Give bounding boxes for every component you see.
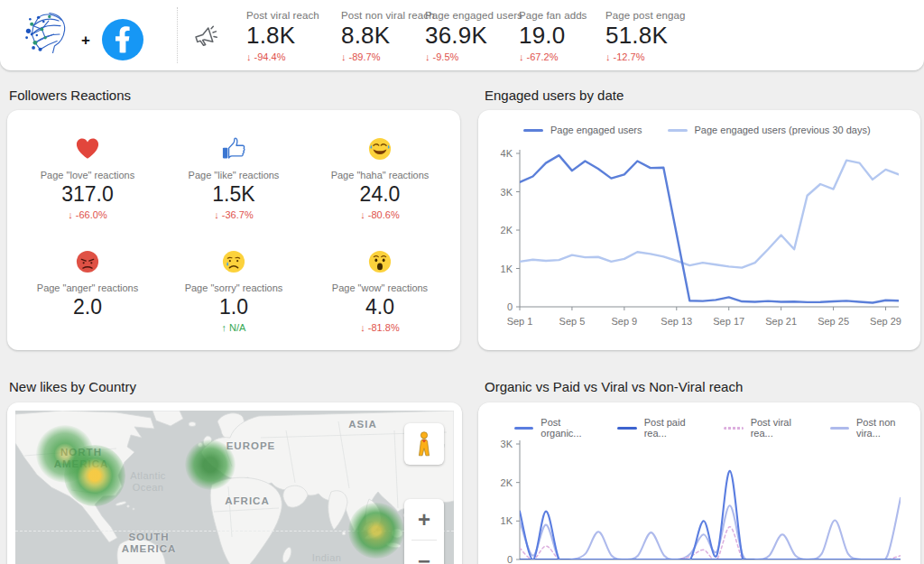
organic-reach-line-chart[interactable]: 01K2K3K xyxy=(487,431,911,564)
map-label-indian-ocean: Indian xyxy=(309,552,345,564)
tile-love-reactions: Page "love" reactions 317.0 ↓ -66.0% xyxy=(14,134,161,221)
svg-text:Sep 9: Sep 9 xyxy=(611,316,637,327)
tile-wow-reactions: Page "wow" reactions 4.0 ↓ -81.8% xyxy=(307,246,453,334)
svg-text:Sep 17: Sep 17 xyxy=(713,316,744,327)
tile-like-reactions: Page "like" reactions 1.5K ↓ -36.7% xyxy=(161,134,307,221)
arrow-down-icon: ↓ xyxy=(246,51,252,62)
heatmap-spot-southeast-asia xyxy=(348,503,404,559)
tile-label: Page "sorry" reactions xyxy=(161,282,307,293)
kpi-label: Page post engag xyxy=(605,10,685,21)
tile-value: 24.0 xyxy=(307,182,453,207)
brand-logos: + xyxy=(22,7,144,61)
tile-anger-reactions: Page "anger" reactions 2.0 xyxy=(14,246,161,334)
kpi-delta: ↓ -89.7% xyxy=(341,51,435,62)
tile-delta: ↑ N/A xyxy=(161,322,307,334)
legend-swatch xyxy=(830,427,849,430)
map-zoom-control: + − xyxy=(404,499,444,564)
legend-swatch xyxy=(724,427,743,430)
kpi-label: Page fan adds xyxy=(519,10,587,21)
legend-label: Page engaged users (previous 30 days) xyxy=(695,125,871,135)
tile-delta: ↓ -66.0% xyxy=(14,209,161,221)
tile-value: 1.5K xyxy=(161,182,307,207)
kpi-label: Post non viral reach xyxy=(341,10,435,21)
tile-value: 2.0 xyxy=(14,295,161,319)
followers-reactions-card: Page "love" reactions 317.0 ↓ -66.0% Pag… xyxy=(7,110,460,350)
reactions-section-title: Followers Reactions xyxy=(9,88,131,103)
wow-emoji-icon xyxy=(307,246,453,275)
kpi-post-non-viral-reach: Post non viral reach 8.8K ↓ -89.7% xyxy=(341,10,435,62)
map-label-south-america: SOUTHAMERICA xyxy=(108,532,189,555)
kpi-value: 51.8K xyxy=(605,22,685,50)
kpi-label: Post viral reach xyxy=(246,10,319,21)
map-label-atlantic-ocean: AtlanticOcean xyxy=(116,470,180,494)
legend-label: Page engaged users xyxy=(550,125,642,135)
pegman-street-view-button[interactable] xyxy=(404,423,444,465)
kpi-value: 36.9K xyxy=(425,22,522,50)
map-section-title: New likes by Country xyxy=(9,379,136,394)
kpi-page-post-engagements: Page post engag 51.8K ↓ -12.7% xyxy=(605,10,685,62)
arrow-down-icon: ↓ xyxy=(214,209,219,220)
organic-section-title: Organic vs Paid vs Viral vs Non-Viral re… xyxy=(485,379,743,394)
arrow-down-icon: ↓ xyxy=(519,51,524,62)
engaged-section-title: Engaged users by date xyxy=(485,88,624,103)
svg-text:Sep 29: Sep 29 xyxy=(870,316,901,327)
tile-label: Page "haha" reactions xyxy=(307,170,453,180)
legend-swatch xyxy=(514,427,533,430)
svg-text:Sep 1: Sep 1 xyxy=(507,316,533,327)
kpi-label: Page engaged users xyxy=(425,10,522,21)
like-thumb-icon xyxy=(161,134,307,162)
map-label-africa: AFRICA xyxy=(207,495,288,507)
legend-item-previous-30-days[interactable]: Page engaged users (previous 30 days) xyxy=(668,125,871,135)
svg-text:1K: 1K xyxy=(501,264,513,274)
heatmap-spot-southeast-us xyxy=(64,445,125,506)
kpi-delta: ↓ -9.5% xyxy=(425,51,522,62)
tile-label: Page "love" reactions xyxy=(14,170,161,180)
svg-text:0: 0 xyxy=(507,554,513,564)
tile-delta: ↓ -36.7% xyxy=(161,209,307,221)
kpi-value: 8.8K xyxy=(341,22,435,50)
tile-value: 4.0 xyxy=(307,295,453,319)
arrow-up-icon: ↑ xyxy=(222,322,227,333)
svg-text:2K: 2K xyxy=(501,477,513,488)
tile-sorry-reactions: Page "sorry" reactions 1.0 ↑ N/A xyxy=(161,246,307,334)
network-brain-logo-icon xyxy=(22,8,72,60)
arrow-down-icon: ↓ xyxy=(360,209,365,220)
love-heart-icon xyxy=(14,134,161,162)
legend-swatch xyxy=(668,129,688,132)
tile-value: 317.0 xyxy=(14,182,161,207)
organic-paid-viral-chart-card: Post organic... Post paid rea... Post vi… xyxy=(478,402,920,564)
tile-delta: ↓ -80.6% xyxy=(307,209,453,221)
svg-text:2K: 2K xyxy=(501,225,513,236)
tile-label: Page "anger" reactions xyxy=(14,282,161,293)
dashboard-page: + Post viral reach 1.8K ↓ -94.4% Post no… xyxy=(0,0,924,564)
header-divider xyxy=(177,7,178,63)
legend-swatch xyxy=(523,129,543,132)
engaged-chart-legend: Page engaged users Page engaged users (p… xyxy=(523,125,871,135)
kpi-post-viral-reach: Post viral reach 1.8K ↓ -94.4% xyxy=(246,10,319,62)
tile-delta: ↓ -81.8% xyxy=(307,322,453,334)
tile-haha-reactions: Page "haha" reactions 24.0 ↓ -80.6% xyxy=(307,134,453,221)
zoom-out-button[interactable]: − xyxy=(404,541,444,564)
pegman-icon xyxy=(412,430,436,458)
kpi-page-engaged-users: Page engaged users 36.9K ↓ -9.5% xyxy=(425,10,522,62)
svg-text:1K: 1K xyxy=(501,515,513,526)
arrow-down-icon: ↓ xyxy=(341,51,346,62)
svg-text:Sep 5: Sep 5 xyxy=(559,316,586,327)
tile-label: Page "wow" reactions xyxy=(307,282,453,293)
kpi-page-fan-adds: Page fan adds 19.0 ↓ -67.2% xyxy=(519,10,587,62)
arrow-down-icon: ↓ xyxy=(68,209,73,220)
svg-text:0: 0 xyxy=(507,301,513,312)
legend-item-page-engaged-users[interactable]: Page engaged users xyxy=(523,125,642,135)
tile-value: 1.0 xyxy=(161,295,307,319)
new-likes-map-card: NORTHAMERICA SOUTHAMERICA EUROPE AFRICA … xyxy=(7,402,462,564)
zoom-in-button[interactable]: + xyxy=(404,499,444,540)
engaged-users-line-chart[interactable]: 01K2K3K4KSep 1Sep 5Sep 9Sep 13Sep 17Sep … xyxy=(487,143,911,337)
svg-text:3K: 3K xyxy=(501,439,513,449)
svg-text:Sep 21: Sep 21 xyxy=(765,316,797,327)
kpi-delta: ↓ -94.4% xyxy=(246,51,319,62)
kpi-value: 1.8K xyxy=(246,22,319,50)
world-map[interactable]: NORTHAMERICA SOUTHAMERICA EUROPE AFRICA … xyxy=(15,411,454,564)
anger-emoji-icon xyxy=(14,246,161,275)
kpi-delta: ↓ -12.7% xyxy=(605,51,685,62)
heatmap-spot-western-europe xyxy=(185,439,236,490)
